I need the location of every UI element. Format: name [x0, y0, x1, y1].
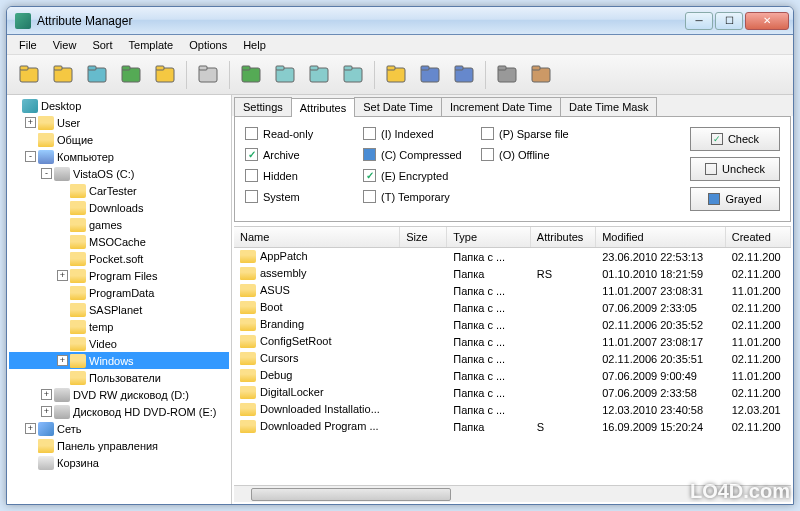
checkbox-icon[interactable] [245, 127, 258, 140]
column-header-created[interactable]: Created [726, 227, 791, 247]
tree-node[interactable]: Desktop [9, 97, 229, 114]
tab-settings[interactable]: Settings [234, 97, 292, 116]
checkbox-icon[interactable] [245, 190, 258, 203]
file-row[interactable]: Downloaded Program ...ПапкаS16.09.2009 1… [234, 418, 791, 435]
home-icon[interactable] [81, 59, 113, 91]
file-row[interactable]: ASUSПапка с ...11.01.2007 23:08:3111.01.… [234, 282, 791, 299]
copy-attr-icon[interactable] [269, 59, 301, 91]
open-folder-icon[interactable] [47, 59, 79, 91]
checkbox-icon[interactable] [363, 148, 376, 161]
tree-node[interactable]: +Program Files [9, 267, 229, 284]
tree-node[interactable]: -Компьютер [9, 148, 229, 165]
tree-node[interactable]: ProgramData [9, 284, 229, 301]
horizontal-scrollbar[interactable] [234, 485, 791, 502]
menu-template[interactable]: Template [121, 37, 182, 53]
tree-node[interactable]: SASPlanet [9, 301, 229, 318]
tree-node[interactable]: +DVD RW дисковод (D:) [9, 386, 229, 403]
minimize-button[interactable]: ─ [685, 12, 713, 30]
scroll-thumb[interactable] [251, 488, 451, 501]
expand-icon[interactable]: + [25, 423, 36, 434]
expand-icon[interactable]: + [57, 355, 68, 366]
expand-icon[interactable]: - [25, 151, 36, 162]
attr--i-indexed[interactable]: (I) Indexed [363, 127, 463, 140]
tab-date-time-mask[interactable]: Date Time Mask [560, 97, 657, 116]
column-header-name[interactable]: Name [234, 227, 400, 247]
file-row[interactable]: BootПапка с ...07.06.2009 2:33:0502.11.2… [234, 299, 791, 316]
attr--c-compressed[interactable]: (C) Compressed [363, 148, 463, 161]
tree-node[interactable]: Downloads [9, 199, 229, 216]
refresh-icon[interactable] [115, 59, 147, 91]
attr--o-offline[interactable]: (O) Offline [481, 148, 581, 161]
menu-sort[interactable]: Sort [84, 37, 120, 53]
attr-system[interactable]: System [245, 190, 345, 203]
tree-node[interactable]: +Дисковод HD DVD-ROM (E:) [9, 403, 229, 420]
menu-options[interactable]: Options [181, 37, 235, 53]
titlebar[interactable]: Attribute Manager ─ ☐ ✕ [7, 7, 793, 35]
new-folder-icon[interactable] [13, 59, 45, 91]
expand-icon[interactable]: + [25, 117, 36, 128]
tree-node[interactable]: Video [9, 335, 229, 352]
paste-attr2-icon[interactable] [337, 59, 369, 91]
up-folder-icon[interactable] [149, 59, 181, 91]
help-icon[interactable] [525, 59, 557, 91]
apply-icon[interactable] [235, 59, 267, 91]
tree-node[interactable]: -VistaOS (C:) [9, 165, 229, 182]
tree-node[interactable]: MSOCache [9, 233, 229, 250]
menu-view[interactable]: View [45, 37, 85, 53]
uncheck-button[interactable]: Uncheck [690, 157, 780, 181]
task-icon[interactable] [380, 59, 412, 91]
check-button[interactable]: Check [690, 127, 780, 151]
file-row[interactable]: assemblyПапкаRS01.10.2010 18:21:5902.11.… [234, 265, 791, 282]
file-list-header[interactable]: NameSizeTypeAttributesModifiedCreated [234, 227, 791, 248]
attr--e-encrypted[interactable]: (E) Encrypted [363, 169, 463, 182]
file-row[interactable]: CursorsПапка с ...02.11.2006 20:35:5102.… [234, 350, 791, 367]
tree-node[interactable]: games [9, 216, 229, 233]
expand-icon[interactable]: + [41, 406, 52, 417]
file-row[interactable]: BrandingПапка с ...02.11.2006 20:35:5202… [234, 316, 791, 333]
tree-node[interactable]: Пользователи [9, 369, 229, 386]
column-header-attributes[interactable]: Attributes [531, 227, 596, 247]
save-icon[interactable] [414, 59, 446, 91]
column-header-size[interactable]: Size [400, 227, 447, 247]
file-row[interactable]: ConfigSetRootПапка с ...11.01.2007 23:08… [234, 333, 791, 350]
checkbox-icon[interactable] [481, 127, 494, 140]
tree-node[interactable]: Корзина [9, 454, 229, 471]
attr--t-temporary[interactable]: (T) Temporary [363, 190, 463, 203]
tree-node[interactable]: Панель управления [9, 437, 229, 454]
close-button[interactable]: ✕ [745, 12, 789, 30]
attr--p-sparse-file[interactable]: (P) Sparse file [481, 127, 581, 140]
checkbox-icon[interactable] [363, 127, 376, 140]
checkbox-icon[interactable] [363, 169, 376, 182]
folder-tree[interactable]: Desktop+UserОбщие-Компьютер-VistaOS (C:)… [7, 95, 232, 504]
tab-attributes[interactable]: Attributes [291, 98, 355, 117]
attr-read-only[interactable]: Read-only [245, 127, 345, 140]
tab-set-date-time[interactable]: Set Date Time [354, 97, 442, 116]
notes-icon[interactable] [192, 59, 224, 91]
checkbox-icon[interactable] [245, 169, 258, 182]
file-row[interactable]: DebugПапка с ...07.06.2009 9:00:4911.01.… [234, 367, 791, 384]
expand-icon[interactable]: + [57, 270, 68, 281]
maximize-button[interactable]: ☐ [715, 12, 743, 30]
tree-node[interactable]: +User [9, 114, 229, 131]
tree-node[interactable]: +Сеть [9, 420, 229, 437]
file-row[interactable]: DigitalLockerПапка с ...07.06.2009 2:33:… [234, 384, 791, 401]
attr-archive[interactable]: Archive [245, 148, 345, 161]
save2-icon[interactable] [448, 59, 480, 91]
attr-hidden[interactable]: Hidden [245, 169, 345, 182]
tree-node[interactable]: temp [9, 318, 229, 335]
grayed-button[interactable]: Grayed [690, 187, 780, 211]
tree-node[interactable]: CarTester [9, 182, 229, 199]
tab-increment-date-time[interactable]: Increment Date Time [441, 97, 561, 116]
tree-node[interactable]: Общие [9, 131, 229, 148]
file-row[interactable]: AppPatchПапка с ...23.06.2010 22:53:1302… [234, 248, 791, 265]
expand-icon[interactable]: + [41, 389, 52, 400]
tree-node[interactable]: +Windows [9, 352, 229, 369]
file-row[interactable]: Downloaded Installatio...Папка с ...12.0… [234, 401, 791, 418]
checkbox-icon[interactable] [481, 148, 494, 161]
expand-icon[interactable]: - [41, 168, 52, 179]
tree-node[interactable]: Pocket.soft [9, 250, 229, 267]
checkbox-icon[interactable] [363, 190, 376, 203]
checkbox-icon[interactable] [245, 148, 258, 161]
paste-attr-icon[interactable] [303, 59, 335, 91]
file-list-rows[interactable]: AppPatchПапка с ...23.06.2010 22:53:1302… [234, 248, 791, 485]
